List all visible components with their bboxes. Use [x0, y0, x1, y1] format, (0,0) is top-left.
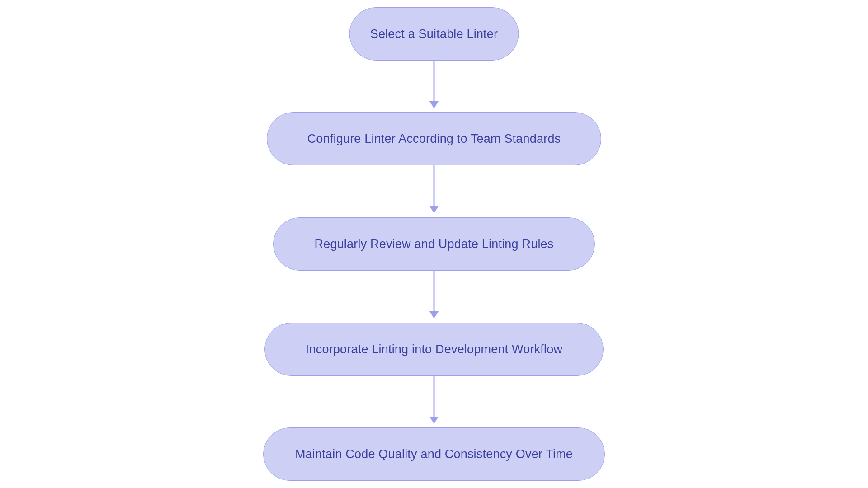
- arrow-1-2-head: [429, 101, 439, 108]
- arrow-1-2-line: [434, 61, 435, 101]
- arrow-2-3-line: [434, 165, 435, 206]
- flow-node-1-label: Select a Suitable Linter: [370, 27, 498, 41]
- flow-node-2-label: Configure Linter According to Team Stand…: [307, 132, 561, 146]
- arrow-3-4-line: [434, 271, 435, 311]
- flow-node-4: Incorporate Linting into Development Wor…: [264, 323, 604, 376]
- flowchart-canvas: Select a Suitable Linter Configure Linte…: [0, 0, 868, 488]
- arrow-3-4-head: [429, 311, 439, 319]
- arrow-4-5-line: [434, 376, 435, 417]
- flow-node-3-label: Regularly Review and Update Linting Rule…: [315, 237, 554, 251]
- flow-node-5-label: Maintain Code Quality and Consistency Ov…: [295, 447, 573, 461]
- flow-node-1: Select a Suitable Linter: [349, 7, 519, 61]
- flow-node-4-label: Incorporate Linting into Development Wor…: [306, 343, 562, 357]
- flow-node-5: Maintain Code Quality and Consistency Ov…: [263, 427, 605, 481]
- flow-node-3: Regularly Review and Update Linting Rule…: [273, 217, 595, 271]
- arrow-2-3-head: [429, 206, 439, 213]
- flow-node-2: Configure Linter According to Team Stand…: [267, 112, 601, 165]
- arrow-4-5-head: [429, 417, 439, 424]
